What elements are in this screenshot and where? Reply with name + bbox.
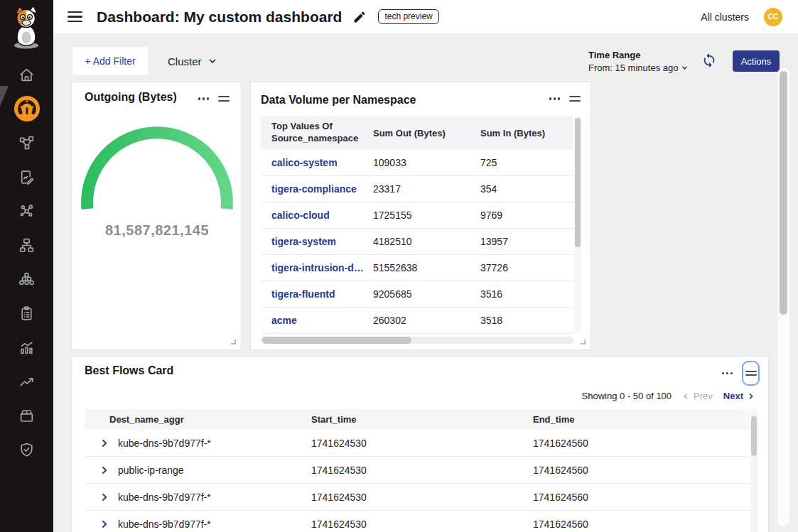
drag-handle-icon[interactable]	[218, 93, 230, 104]
sidebar-item-cluster-circles[interactable]	[0, 262, 53, 296]
sidebar-item-network-nodes[interactable]	[0, 126, 53, 160]
sum-in-value: 725	[475, 157, 573, 168]
clipboard-list-icon	[18, 305, 36, 322]
sidebar-item-report-edit[interactable]	[0, 160, 53, 194]
column-header: Sum In (Bytes)	[475, 128, 573, 139]
time-range-value: From: 15 minutes ago	[588, 63, 678, 73]
table-row: kube-dns-9b7d977f-* 1741624530 174162456…	[85, 430, 750, 457]
sum-in-value: 13957	[475, 236, 573, 247]
sidebar-item-shield-check[interactable]	[0, 433, 53, 467]
table-row: tigera-fluentd 9205685 3516	[261, 281, 573, 308]
drag-handle-icon-focused[interactable]	[742, 361, 760, 386]
namespace-link[interactable]: tigera-fluentd	[271, 288, 335, 300]
table-row: kube-dns-9b7d977f-* 1741624530 174162456…	[85, 484, 750, 511]
sidebar-item-home[interactable]	[0, 58, 53, 92]
hamburger-menu-icon[interactable]	[68, 9, 85, 26]
scrollbar-thumb[interactable]	[751, 416, 757, 456]
end-time: 1741624560	[533, 438, 750, 449]
app-logo-calico-cat	[9, 4, 44, 53]
namespace-link[interactable]: tigera-intrusion-d…	[271, 262, 364, 273]
expand-row-chevron-icon[interactable]	[100, 492, 110, 502]
add-filter-button[interactable]: + Add Filter	[72, 47, 148, 75]
chevron-right-icon	[748, 393, 755, 400]
table-header: Top Values Of Source_namespace Sum Out (…	[261, 116, 573, 150]
dest-name: kube-dns-9b7d977f-*	[118, 519, 211, 530]
card-title: Data Volume per Namespace	[261, 94, 416, 107]
dest-name: kube-dns-9b7d977f-*	[118, 492, 211, 503]
end-time: 1741624560	[533, 519, 750, 530]
sum-out-value: 109033	[367, 157, 475, 168]
end-time: 1741624560	[533, 465, 750, 476]
scrollbar-thumb[interactable]	[575, 118, 581, 247]
sidebar-item-dashboard[interactable]	[0, 92, 53, 126]
pagination: Showing 0 - 50 of 100 Prev Next	[582, 391, 755, 401]
tech-preview-badge: tech preview	[378, 9, 438, 24]
prev-page-button[interactable]: Prev	[682, 391, 713, 401]
table-row: tigera-system 4182510 13957	[261, 229, 573, 255]
drag-handle-icon[interactable]	[569, 93, 581, 104]
avatar[interactable]: CC	[764, 8, 782, 26]
refresh-icon[interactable]	[701, 53, 718, 70]
sum-in-value: 37726	[475, 262, 573, 273]
pagination-status: Showing 0 - 50 of 100	[582, 391, 672, 401]
page-scrollbar	[777, 68, 789, 526]
sidebar-item-sitemap[interactable]	[0, 228, 53, 262]
sidebar-item-clipboard-list[interactable]	[0, 296, 53, 330]
namespace-link[interactable]: calico-system	[271, 157, 338, 168]
vertical-scrollbar	[750, 409, 757, 532]
gauge-value: 81,587,821,145	[72, 222, 242, 239]
top-bar: Dashboard: My custom dashboard tech prev…	[53, 0, 798, 34]
next-page-button[interactable]: Next	[723, 391, 755, 401]
cluster-scope-selector[interactable]: All clusters	[701, 11, 749, 23]
resize-corner-icon[interactable]	[581, 340, 586, 344]
bar-chart-icon	[18, 339, 36, 357]
cluster-circles-icon	[18, 271, 36, 288]
table-row: tigera-intrusion-d… 51552638 37726	[261, 255, 573, 281]
expand-row-chevron-icon[interactable]	[100, 438, 110, 448]
cluster-dropdown-label: Cluster	[168, 55, 202, 67]
sidebar-item-trend-up[interactable]	[0, 364, 53, 398]
page-title: Dashboard: My custom dashboard	[97, 9, 342, 26]
ellipsis-menu-icon[interactable]	[722, 368, 733, 379]
table-row: tigera-compliance 23317 354	[261, 176, 573, 202]
best-flows-card: Best Flows Card Showing 0 - 50 of 100 Pr…	[71, 356, 769, 532]
report-edit-icon	[18, 168, 36, 186]
horizontal-scrollbar	[261, 337, 573, 344]
vertical-scrollbar	[574, 116, 581, 334]
start-time: 1741624530	[311, 465, 533, 476]
chevron-down-icon	[208, 57, 217, 65]
time-range-dropdown[interactable]: From: 15 minutes ago	[588, 63, 688, 73]
sidebar-item-package-box[interactable]	[0, 398, 53, 433]
namespace-link[interactable]: calico-cloud	[271, 210, 330, 221]
dest-name: kube-dns-9b7d977f-*	[118, 438, 211, 449]
table-row: kube-dns-9b7d977f-* 1741624530 174162456…	[85, 511, 750, 532]
namespace-link[interactable]: acme	[271, 315, 297, 326]
ellipsis-menu-icon[interactable]	[549, 93, 560, 104]
resize-corner-icon[interactable]	[231, 340, 236, 344]
sum-in-value: 354	[475, 183, 573, 195]
data-volume-card: Data Volume per Namespace Top Values Of …	[250, 82, 591, 350]
prev-label: Prev	[694, 391, 713, 401]
sum-in-value: 3518	[475, 315, 573, 326]
namespace-link[interactable]: tigera-system	[271, 236, 336, 247]
scrollbar-thumb[interactable]	[262, 337, 411, 344]
sum-out-value: 23317	[367, 183, 475, 195]
sidebar-item-connections-graph[interactable]	[0, 194, 53, 228]
column-header: Start_time	[311, 414, 533, 425]
namespace-link[interactable]: tigera-compliance	[271, 183, 357, 195]
card-title: Best Flows Card	[85, 364, 173, 377]
expand-row-chevron-icon[interactable]	[100, 519, 110, 529]
data-volume-table: Top Values Of Source_namespace Sum Out (…	[261, 116, 573, 334]
column-header: Dest_name_aggr	[85, 414, 311, 425]
expand-row-chevron-icon[interactable]	[100, 465, 110, 475]
actions-button[interactable]: Actions	[733, 50, 780, 72]
package-box-icon	[18, 407, 36, 425]
sum-out-value: 260302	[367, 315, 475, 326]
edit-pencil-icon[interactable]	[352, 9, 368, 25]
scrollbar-thumb[interactable]	[780, 71, 787, 315]
cluster-dropdown[interactable]: Cluster	[168, 47, 217, 75]
ellipsis-menu-icon[interactable]	[198, 93, 209, 104]
sum-in-value: 9769	[475, 210, 573, 221]
trend-up-icon	[18, 373, 36, 391]
sidebar-item-bar-chart[interactable]	[0, 330, 53, 364]
